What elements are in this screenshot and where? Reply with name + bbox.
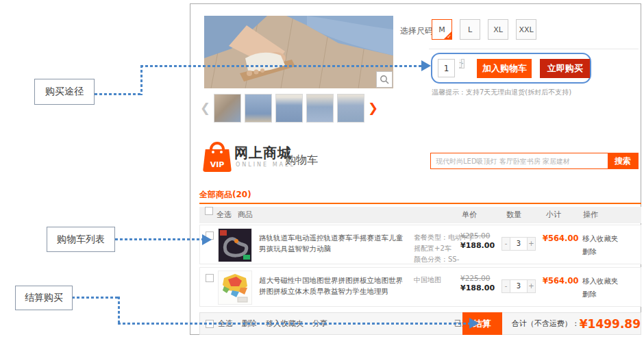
annotation-connector <box>118 323 469 325</box>
product-title[interactable]: 路轨轨道车电动遥控轨道赛车手摇赛道车儿童男孩玩具益智智力动脑 <box>259 232 408 255</box>
section-divider <box>429 49 639 49</box>
annotation-connector <box>115 238 203 240</box>
quantity-increase-button[interactable]: + <box>527 237 536 251</box>
annotation-label: 结算购买 <box>25 292 63 304</box>
quantity-decrease-button[interactable]: - <box>501 279 510 293</box>
total-value: ¥1499.89 <box>580 317 641 331</box>
quantity-increase-button[interactable]: + <box>527 279 536 293</box>
size-option-xxl[interactable]: XXL <box>516 19 536 40</box>
unit-price: ¥225.00 ¥188.00 <box>460 274 495 292</box>
size-option-label: XXL <box>519 25 533 34</box>
zoom-button[interactable] <box>376 71 393 88</box>
cart-row-china-map: 超大号磁性中国地图世界拼图拼板立地图世界拼图拼板立体木质早教益智力学生地理男 中… <box>199 267 641 307</box>
cart-row-track-toy: 路轨轨道车电动遥控轨道赛车手摇赛道车儿童男孩玩具益智智力动脑 套餐类型：电动+手… <box>199 225 641 264</box>
move-to-favorites-link[interactable]: 移入收藏夹 <box>582 232 619 245</box>
page-title: 购物车 <box>285 153 318 168</box>
return-policy-tip: 温馨提示：支持7天无理由退货(拆封后不支持) <box>432 88 571 97</box>
size-option-label: L <box>468 25 472 34</box>
product-thumbnail[interactable] <box>218 228 252 262</box>
select-all-checkbox[interactable] <box>205 207 213 215</box>
carousel-prev-icon[interactable]: ❮ <box>200 94 210 123</box>
quantity-value[interactable]: 3 <box>510 279 527 293</box>
annotation-connector <box>140 65 421 67</box>
product-thumbnail[interactable] <box>337 94 364 123</box>
size-option-l[interactable]: L <box>460 19 480 40</box>
delete-link[interactable]: 删除 <box>582 245 619 258</box>
quantity-value[interactable]: 3 <box>510 237 527 251</box>
buy-now-button[interactable]: 立即购买 <box>540 59 590 78</box>
row-quantity-stepper: - 3 + <box>501 237 536 251</box>
column-actions: 操作 <box>583 207 598 223</box>
tab-underline <box>199 203 641 204</box>
annotation-arrow-icon <box>469 318 479 329</box>
screenshot-panel: ❮ ❯ 选择尺码: M ✓ L XL XXL 1 + - 加入购物车 立即购买 … <box>190 3 641 335</box>
product-thumbnail[interactable] <box>275 94 303 123</box>
row-checkbox[interactable] <box>206 274 214 282</box>
annotation-connector <box>72 297 120 299</box>
size-option-xl[interactable]: XL <box>488 19 508 40</box>
row-subtotal: ¥564.00 <box>543 276 578 286</box>
original-price: ¥225.00 <box>460 231 495 240</box>
size-label: 选择尺码: <box>400 25 436 37</box>
row-subtotal: ¥564.00 <box>543 234 578 243</box>
annotation-cart-list: 购物车列表 <box>47 227 115 252</box>
quantity-input[interactable]: 1 <box>438 59 455 77</box>
add-to-cart-button[interactable]: 加入购物车 <box>477 59 532 78</box>
product-photo-illustration <box>204 16 393 88</box>
size-option-label: XL <box>493 25 503 34</box>
quantity-decrease-button[interactable]: - <box>501 237 510 251</box>
track-toy-image <box>219 229 251 262</box>
product-title[interactable]: 超大号磁性中国地图世界拼图拼板立地图世界拼图拼板立体木质早教益智力学生地理男 <box>259 275 408 297</box>
check-icon: ✓ <box>447 34 451 40</box>
carousel-next-icon[interactable]: ❯ <box>368 94 378 123</box>
thumbnail-carousel: ❮ ❯ <box>200 93 403 123</box>
product-main-image[interactable] <box>204 16 393 88</box>
annotation-label: 购买途径 <box>45 86 84 98</box>
cart-table-header: 全选 商品 单价 数量 小计 操作 <box>199 207 641 223</box>
buy-actions-highlight: 1 + - 加入购物车 立即购买 <box>431 53 591 84</box>
size-options: M ✓ L XL XXL <box>432 19 536 40</box>
tab-all-products[interactable]: 全部商品(20) <box>199 189 251 201</box>
annotation-arrow-icon <box>421 60 431 71</box>
row-actions: 移入收藏夹 删除 <box>582 275 619 301</box>
move-to-favorites-link[interactable]: 移入收藏夹 <box>582 275 619 288</box>
unit-price: ¥225.00 ¥188.00 <box>460 231 495 250</box>
product-thumbnail[interactable] <box>214 94 241 123</box>
original-price: ¥225.00 <box>460 274 495 282</box>
column-select-all[interactable]: 全选 <box>216 207 232 223</box>
logo-vip-badge: VIP <box>203 160 232 169</box>
map-puzzle-image <box>219 271 251 304</box>
delete-link[interactable]: 删除 <box>582 288 619 301</box>
annotation-checkout: 结算购买 <box>15 286 73 310</box>
column-product: 商品 <box>238 207 253 223</box>
row-quantity-stepper: - 3 + <box>501 279 536 293</box>
search-button[interactable]: 搜索 <box>608 153 638 168</box>
brand-name: 网上商城 <box>234 144 292 162</box>
current-price: ¥188.00 <box>460 284 495 292</box>
magnifier-icon <box>380 75 389 84</box>
shop-logo-bag-icon[interactable]: VIP <box>203 142 232 172</box>
row-actions: 移入收藏夹 删除 <box>582 232 619 258</box>
current-price: ¥188.00 <box>460 241 495 250</box>
size-option-m[interactable]: M ✓ <box>432 19 452 40</box>
annotation-connector <box>95 93 143 95</box>
bag-eye <box>212 151 214 153</box>
footer-summary: 已选商品 6 件 合计（不含运费）： ¥1499.89 结算 <box>454 317 641 331</box>
annotation-label: 购物车列表 <box>57 234 105 246</box>
annotation-arrow-icon <box>202 234 212 245</box>
quantity-stepper: + - <box>459 59 467 77</box>
product-thumbnail[interactable] <box>245 94 272 123</box>
search-input[interactable] <box>431 153 608 168</box>
column-price: 单价 <box>462 207 477 223</box>
annotation-connector <box>118 297 120 325</box>
annotation-connector <box>140 65 143 95</box>
column-quantity: 数量 <box>506 207 521 223</box>
total-label: 合计（不含运费）： <box>512 318 580 329</box>
search-bar: 搜索 <box>430 153 639 169</box>
product-thumbnail[interactable] <box>306 94 334 123</box>
column-subtotal: 小计 <box>546 207 561 223</box>
bag-eye <box>220 151 223 153</box>
product-thumbnail[interactable] <box>218 271 252 305</box>
annotation-purchase-path: 购买途径 <box>34 79 95 105</box>
quantity-decrease-button[interactable]: - <box>459 59 462 68</box>
